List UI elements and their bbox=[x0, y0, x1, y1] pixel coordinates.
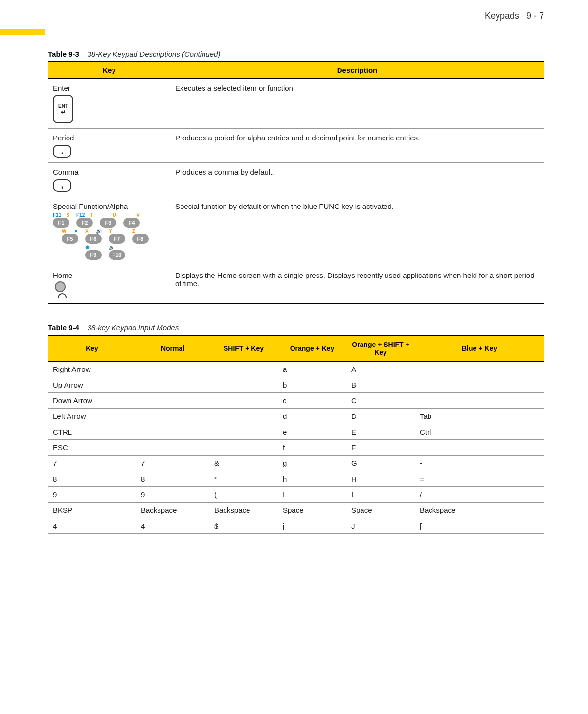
cell-normal: 8 bbox=[136, 471, 209, 487]
cell-orange_shift: D bbox=[346, 409, 415, 424]
table-9-4: Key Normal SHIFT + Key Orange + Key Oran… bbox=[48, 335, 544, 534]
key-name: Enter bbox=[53, 84, 165, 92]
col-header-key: Key bbox=[48, 62, 170, 79]
cell-orange_shift: A bbox=[346, 362, 415, 377]
table-row: BKSPBackspaceBackspaceSpaceSpaceBackspac… bbox=[48, 503, 544, 518]
col-header-orange: Orange + Key bbox=[278, 335, 346, 362]
cell-shift bbox=[209, 409, 278, 424]
table-9-3-caption: Table 9-3 38-Key Keypad Descriptions (Co… bbox=[48, 50, 544, 58]
table-row: Left ArrowdDTab bbox=[48, 409, 544, 424]
table-row: Up ArrowbB bbox=[48, 377, 544, 393]
cell-normal: 4 bbox=[136, 518, 209, 534]
header-text: Keypads 9 - 7 bbox=[485, 11, 544, 21]
home-key-icon bbox=[53, 281, 165, 298]
comma-key-icon: , bbox=[53, 179, 71, 192]
cell-orange_shift: C bbox=[346, 393, 415, 409]
cell-key: 8 bbox=[48, 471, 136, 487]
cell-key: Up Arrow bbox=[48, 377, 136, 393]
cell-normal bbox=[136, 409, 209, 424]
cell-normal: 9 bbox=[136, 487, 209, 503]
caption-title: 38-Key Keypad Descriptions (Continued) bbox=[88, 50, 221, 58]
table-row: ESCfF bbox=[48, 440, 544, 456]
cell-orange_shift: Space bbox=[346, 503, 415, 518]
cell-key: Right Arrow bbox=[48, 362, 136, 377]
enter-key-icon: ENT ↵ bbox=[53, 95, 73, 123]
table-9-3: Key Description Enter ENT ↵ Executes a s… bbox=[48, 61, 544, 304]
col-header-blue: Blue + Key bbox=[415, 335, 544, 362]
cell-key: Down Arrow bbox=[48, 393, 136, 409]
table-row: 99(II/ bbox=[48, 487, 544, 503]
cell-normal: 7 bbox=[136, 456, 209, 471]
table-row: 88*hH= bbox=[48, 471, 544, 487]
cell-blue bbox=[415, 393, 544, 409]
cell-orange_shift: H bbox=[346, 471, 415, 487]
cell-key: 7 bbox=[48, 456, 136, 471]
cell-shift bbox=[209, 440, 278, 456]
table-row: Enter ENT ↵ Executes a selected item or … bbox=[48, 79, 544, 129]
cell-blue: - bbox=[415, 456, 544, 471]
cell-normal bbox=[136, 393, 209, 409]
caption-title: 38-key Keypad Input Modes bbox=[88, 323, 179, 332]
cell-shift bbox=[209, 377, 278, 393]
cell-orange: I bbox=[278, 487, 346, 503]
cell-blue: Backspace bbox=[415, 503, 544, 518]
cell-normal bbox=[136, 424, 209, 440]
key-description: Displays the Home screen with a single p… bbox=[170, 266, 544, 304]
cell-blue: [ bbox=[415, 518, 544, 534]
page-header: Keypads 9 - 7 bbox=[0, 0, 588, 29]
col-header-description: Description bbox=[170, 62, 544, 79]
key-description: Executes a selected item or function. bbox=[170, 79, 544, 129]
cell-orange: Space bbox=[278, 503, 346, 518]
cell-orange_shift: I bbox=[346, 487, 415, 503]
cell-blue bbox=[415, 440, 544, 456]
table-row: CTRLeECtrl bbox=[48, 424, 544, 440]
key-name: Special Function/Alpha bbox=[53, 202, 165, 210]
cell-orange_shift: E bbox=[346, 424, 415, 440]
cell-orange: d bbox=[278, 409, 346, 424]
key-name: Comma bbox=[53, 168, 165, 176]
cell-orange: h bbox=[278, 471, 346, 487]
cell-orange: f bbox=[278, 440, 346, 456]
cell-blue: Ctrl bbox=[415, 424, 544, 440]
table-9-4-caption: Table 9-4 38-key Keypad Input Modes bbox=[48, 323, 544, 332]
cell-shift: ( bbox=[209, 487, 278, 503]
page-number: 9 - 7 bbox=[526, 11, 544, 21]
cell-blue bbox=[415, 362, 544, 377]
cell-shift: $ bbox=[209, 518, 278, 534]
cell-orange: c bbox=[278, 393, 346, 409]
table-row: Special Function/Alpha F11S F12T U V F1 … bbox=[48, 197, 544, 266]
cell-orange: e bbox=[278, 424, 346, 440]
cell-orange: a bbox=[278, 362, 346, 377]
key-description: Produces a comma by default. bbox=[170, 163, 544, 197]
table-row: Home Displays the Home screen with a sin… bbox=[48, 266, 544, 304]
period-key-icon: . bbox=[53, 145, 71, 158]
table-row: Period . Produces a period for alpha ent… bbox=[48, 129, 544, 163]
cell-normal: Backspace bbox=[136, 503, 209, 518]
cell-orange: j bbox=[278, 518, 346, 534]
cell-blue bbox=[415, 377, 544, 393]
cell-shift bbox=[209, 393, 278, 409]
function-keys-icon: F11S F12T U V F1 F2 F3 F4 W☀ bbox=[53, 212, 165, 260]
cell-orange: g bbox=[278, 456, 346, 471]
cell-orange_shift: J bbox=[346, 518, 415, 534]
key-description: Special function by default or when the … bbox=[170, 197, 544, 266]
cell-normal bbox=[136, 440, 209, 456]
col-header-normal: Normal bbox=[136, 335, 209, 362]
cell-orange_shift: B bbox=[346, 377, 415, 393]
key-name: Home bbox=[53, 271, 165, 279]
cell-normal bbox=[136, 362, 209, 377]
cell-key: BKSP bbox=[48, 503, 136, 518]
yellow-accent-bar bbox=[0, 29, 45, 35]
cell-blue: / bbox=[415, 487, 544, 503]
table-row: Right ArrowaA bbox=[48, 362, 544, 377]
col-header-key: Key bbox=[48, 335, 136, 362]
cell-orange: b bbox=[278, 377, 346, 393]
table-row: 77&gG- bbox=[48, 456, 544, 471]
cell-key: ESC bbox=[48, 440, 136, 456]
col-header-orange-shift: Orange + SHIFT + Key bbox=[346, 335, 415, 362]
cell-blue: = bbox=[415, 471, 544, 487]
cell-normal bbox=[136, 377, 209, 393]
col-header-shift: SHIFT + Key bbox=[209, 335, 278, 362]
cell-shift: & bbox=[209, 456, 278, 471]
cell-shift: Backspace bbox=[209, 503, 278, 518]
